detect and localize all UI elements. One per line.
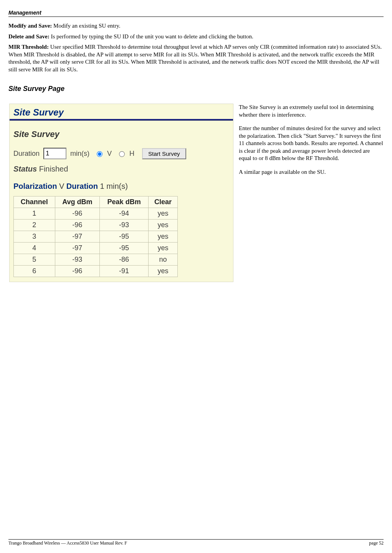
site-survey-panel: Site Survey Site Survey Duration min(s) … (9, 104, 233, 282)
cell-peak: -94 (100, 208, 149, 220)
cell-channel: 4 (14, 243, 55, 254)
cell-clear: no (149, 254, 178, 266)
start-survey-button[interactable]: Start Survey (142, 148, 186, 159)
cell-peak: -95 (100, 243, 149, 254)
table-row: 5 -93 -86 no (14, 254, 178, 266)
delete-save-text: Is performed by typing the SU ID of the … (50, 33, 253, 40)
modify-save-label: Modify and Save: (8, 23, 52, 29)
panel-subtitle: Site Survey (13, 129, 229, 139)
cell-avg: -96 (55, 266, 100, 277)
cell-clear: yes (149, 266, 178, 277)
status-value: Finished (39, 165, 68, 173)
duration-label: Duration (13, 150, 40, 158)
cell-peak: -86 (100, 254, 149, 266)
modify-save-paragraph: Modify and Save: Modify an existing SU e… (8, 22, 384, 30)
aside-p1: The Site Survey is an extremely useful t… (239, 104, 384, 119)
cell-avg: -97 (55, 231, 100, 243)
table-row: 2 -96 -93 yes (14, 220, 178, 231)
polarization-result-value: V (59, 182, 64, 190)
result-duration-value: 1 min(s) (100, 182, 128, 190)
delete-save-label: Delete and Save: (8, 33, 50, 40)
cell-clear: yes (149, 220, 178, 231)
mir-threshold-text: User specified MIR Threshold to determin… (8, 44, 382, 73)
polarization-duration-line: Polarization V Duration 1 min(s) (13, 182, 229, 191)
table-row: 3 -97 -95 yes (14, 231, 178, 243)
result-duration-label: Duration (66, 182, 98, 190)
col-peak: Peak dBm (100, 196, 149, 208)
cell-channel: 2 (14, 220, 55, 231)
col-avg: Avg dBm (55, 196, 100, 208)
table-row: 6 -96 -91 yes (14, 266, 178, 277)
polarization-h-label: H (129, 150, 134, 158)
status-line: Status Finished (13, 165, 229, 173)
cell-clear: yes (149, 231, 178, 243)
cell-channel: 1 (14, 208, 55, 220)
section-heading: Site Survey Page (8, 85, 384, 93)
table-row: 1 -96 -94 yes (14, 208, 178, 220)
panel-divider (10, 119, 233, 121)
survey-form-row: Duration min(s) V H Start Survey (13, 148, 229, 159)
survey-layout: Site Survey Site Survey Duration min(s) … (8, 104, 384, 282)
page-header: Management (8, 10, 384, 17)
cell-channel: 5 (14, 254, 55, 266)
table-header-row: Channel Avg dBm Peak dBm Clear (14, 196, 178, 208)
cell-avg: -96 (55, 208, 100, 220)
cell-clear: yes (149, 243, 178, 254)
cell-avg: -96 (55, 220, 100, 231)
mins-label: min(s) (70, 150, 89, 158)
cell-clear: yes (149, 208, 178, 220)
cell-channel: 6 (14, 266, 55, 277)
col-channel: Channel (14, 196, 55, 208)
polarization-v-label: V (107, 150, 112, 158)
panel-title: Site Survey (13, 107, 229, 118)
polarization-h-radio[interactable] (119, 151, 125, 157)
cell-avg: -97 (55, 243, 100, 254)
aside-p3: A similar page is available on the SU. (239, 168, 384, 176)
duration-input[interactable] (43, 148, 66, 159)
results-table: Channel Avg dBm Peak dBm Clear 1 -96 -94… (13, 196, 178, 277)
aside-text: The Site Survey is an extremely useful t… (237, 104, 384, 182)
cell-peak: -93 (100, 220, 149, 231)
modify-save-text: Modify an existing SU entry. (52, 23, 120, 29)
aside-p2: Enter the number of minutes desired for … (239, 125, 384, 162)
cell-avg: -93 (55, 254, 100, 266)
status-label: Status (13, 165, 37, 173)
cell-peak: -95 (100, 231, 149, 243)
col-clear: Clear (149, 196, 178, 208)
polarization-result-label: Polarization (13, 182, 57, 190)
cell-channel: 3 (14, 231, 55, 243)
cell-peak: -91 (100, 266, 149, 277)
mir-threshold-paragraph: MIR Threshold: User specified MIR Thresh… (8, 43, 384, 73)
table-row: 4 -97 -95 yes (14, 243, 178, 254)
polarization-v-radio[interactable] (97, 151, 103, 157)
delete-save-paragraph: Delete and Save: Is performed by typing … (8, 33, 384, 41)
mir-threshold-label: MIR Threshold: (8, 44, 49, 50)
